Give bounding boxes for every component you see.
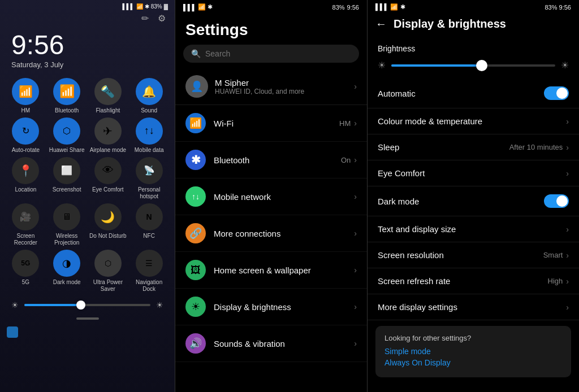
tile-huawei-share[interactable]: ⬡ Huawei Share [48, 117, 86, 154]
tile-dark-mode[interactable]: ◑ Dark mode [48, 250, 86, 293]
brightness-label: Brightness [378, 44, 569, 53]
p1-brightness-bar[interactable]: ☀ ☀ [0, 296, 175, 314]
settings-item-homescreen[interactable]: 🖼 Home screen & wallpaper › [175, 252, 367, 289]
tile-screenshot[interactable]: ⬜ Screenshot [48, 157, 86, 200]
brightness-min-icon: ☀ [11, 300, 19, 310]
setting-row-dark-mode[interactable]: Dark mode [368, 186, 579, 216]
dark-mode-toggle[interactable] [544, 194, 569, 208]
simple-mode-link[interactable]: Simple mode [384, 347, 562, 356]
tile-mobile-data[interactable]: ↑↓ Mobile data [130, 117, 168, 154]
settings-item-sounds[interactable]: 🔊 Sounds & vibration › [175, 325, 367, 362]
homescreen-label: Home screen & wallpaper [214, 265, 354, 275]
p3-brightness-fill [391, 64, 482, 67]
tile-airplane[interactable]: ✈ Airplane mode [89, 117, 127, 154]
bluetooth-label: Bluetooth [214, 155, 341, 165]
tile-hm[interactable]: 📶 HM [7, 78, 45, 114]
setting-row-text-size[interactable]: Text and display size › [368, 216, 579, 242]
tile-nfc[interactable]: N NFC [130, 203, 168, 246]
tile-location-icon: 📍 [12, 157, 39, 184]
user-name: M Sipher [215, 78, 354, 88]
always-on-display-link[interactable]: Always On Display [384, 358, 562, 367]
settings-item-display[interactable]: ☀ Display & brightness › [175, 289, 367, 325]
time-display: 9:56 Saturday, 3 July [0, 26, 175, 71]
tile-eye-comfort[interactable]: 👁 Eye Comfort [89, 157, 127, 200]
p3-wifi-icon: 📶 [390, 3, 398, 10]
tile-mobile-data-label: Mobile data [135, 147, 164, 154]
tile-ultra-power[interactable]: ⬡ Ultra Power Saver [89, 250, 127, 293]
tile-nfc-icon: N [136, 203, 163, 230]
brightness-section: Brightness ☀ ☀ [368, 38, 579, 79]
brightness-max-sun-icon: ☀ [561, 60, 569, 71]
user-account-row[interactable]: 👤 M Sipher HUAWEI ID, Cloud, and more › [175, 68, 367, 105]
search-input[interactable] [205, 49, 351, 58]
more-display-label: More display settings [378, 302, 566, 312]
tile-bluetooth[interactable]: 📶 Bluetooth [48, 78, 86, 114]
tile-dnd-icon: 🌙 [94, 203, 122, 230]
refresh-label: Screen refresh rate [378, 276, 548, 286]
brightness-track[interactable] [24, 304, 150, 306]
wifi-label: Wi-Fi [214, 119, 339, 128]
sleep-value: After 10 minutes [509, 143, 563, 151]
tile-airplane-label: Airplane mode [90, 147, 126, 154]
tile-personal-hotspot[interactable]: 📡 Personal hotspot [130, 157, 168, 200]
tile-flashlight[interactable]: 🔦 Flashlight [89, 78, 127, 114]
tile-mobile-data-icon: ↑↓ [136, 117, 163, 145]
tile-location[interactable]: 📍 Location [7, 157, 45, 200]
settings-item-bluetooth[interactable]: ✱ Bluetooth On › [175, 142, 367, 178]
text-size-label: Text and display size [378, 224, 566, 234]
settings-icon[interactable]: ⚙ [158, 13, 166, 24]
tile-sound[interactable]: 🔔 Sound [130, 78, 168, 114]
p3-signal-icon: ▌▌▌ [375, 3, 388, 10]
setting-row-colour-mode[interactable]: Colour mode & temperature › [368, 108, 579, 134]
setting-row-sleep[interactable]: Sleep After 10 minutes › [368, 134, 579, 160]
battery-text: 83% [151, 3, 162, 10]
tile-autorotate[interactable]: ↻ Auto-rotate [7, 117, 45, 154]
settings-menu: 📶 Wi-Fi HM › ✱ Bluetooth On › ↑↓ Mobile … [175, 105, 367, 392]
settings-title: Settings [175, 12, 367, 45]
tile-do-not-disturb[interactable]: 🌙 Do Not Disturb [89, 203, 127, 246]
user-chevron-icon: › [354, 82, 357, 91]
sleep-chevron-icon: › [566, 143, 569, 152]
setting-row-resolution[interactable]: Screen resolution Smart › [368, 242, 579, 268]
brightness-thumb[interactable] [76, 300, 85, 310]
tile-sound-icon: 🔔 [136, 78, 163, 105]
settings-item-mobile[interactable]: ↑↓ Mobile network › [175, 178, 367, 215]
brightness-min-sun-icon: ☀ [378, 60, 386, 71]
setting-row-refresh[interactable]: Screen refresh rate High › [368, 268, 579, 294]
setting-row-automatic[interactable]: Automatic [368, 79, 579, 108]
settings-item-connections[interactable]: 🔗 More connections › [175, 215, 367, 252]
brightness-row[interactable]: ☀ ☀ [378, 60, 569, 71]
tile-autorotate-label: Auto-rotate [12, 147, 40, 154]
p3-brightness-thumb[interactable] [476, 60, 487, 71]
back-button[interactable]: ← [375, 18, 387, 31]
tile-dark-mode-label: Dark mode [53, 279, 81, 286]
tile-hm-icon: 📶 [12, 78, 39, 105]
mobile-network-icon: ↑↓ [185, 186, 206, 207]
edit-icon[interactable]: ✏ [141, 13, 149, 24]
tile-eye-comfort-icon: 👁 [94, 157, 122, 184]
tile-location-label: Location [15, 186, 36, 193]
p3-brightness-track[interactable] [391, 64, 555, 67]
tile-wireless-proj[interactable]: 🖥 Wireless Projection [48, 203, 86, 246]
tile-screen-recorder[interactable]: 🎥 Screen Recorder [7, 203, 45, 246]
tile-nav-dock[interactable]: ☰ Navigation Dock [130, 250, 168, 293]
p3-bt-icon: ✱ [400, 3, 405, 10]
eye-comfort-label: Eye Comfort [378, 168, 566, 178]
settings-search[interactable]: 🔍 [183, 45, 359, 63]
settings-item-wifi[interactable]: 📶 Wi-Fi HM › [175, 105, 367, 142]
display-brightness-title: Display & brightness [394, 18, 506, 31]
swipe-bar [76, 317, 99, 320]
automatic-toggle[interactable] [544, 86, 569, 100]
p3-status-bar: ▌▌▌ 📶 ✱ 83% 9:56 [368, 0, 579, 12]
tile-5g[interactable]: 5G 5G [7, 250, 45, 293]
setting-row-more-display[interactable]: More display settings › [368, 294, 579, 320]
display-chevron-icon: › [354, 302, 357, 311]
setting-row-eye-comfort[interactable]: Eye Comfort › [368, 160, 579, 186]
sleep-label: Sleep [378, 142, 509, 152]
eye-comfort-chevron-icon: › [566, 169, 569, 178]
homescreen-icon: 🖼 [185, 260, 206, 280]
automatic-toggle-thumb [556, 88, 568, 99]
p2-wifi-icon: 📶 [198, 3, 206, 11]
wifi-icon: 📶 [185, 113, 206, 133]
p3-status-left: ▌▌▌ 📶 ✱ [375, 3, 405, 11]
